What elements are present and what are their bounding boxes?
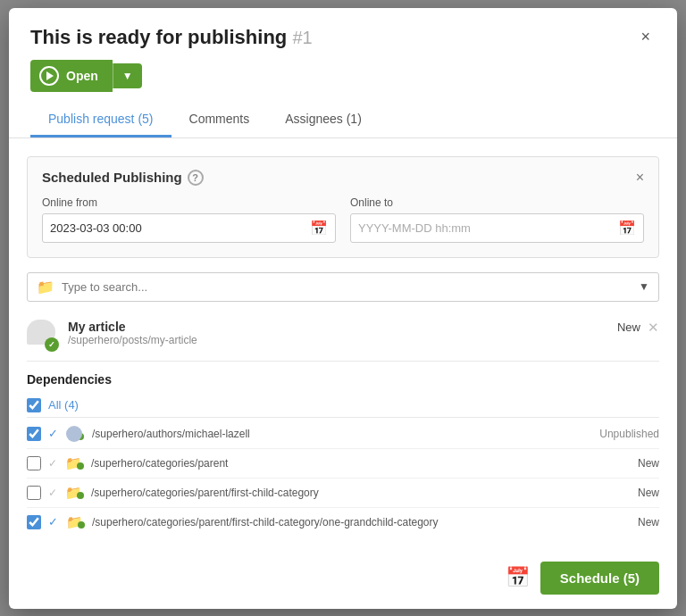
tab-assignees[interactable]: Assignees (1) [267,103,380,137]
modal-title: This is ready for publishing #1 [30,26,313,49]
article-name: My article [68,320,617,334]
dependencies-section: Dependencies All (4) ✓/superhero/authors… [27,372,659,537]
play-icon [39,66,59,86]
article-status: New ✕ [617,320,659,336]
dep-checkbox[interactable] [27,486,41,500]
dep-path: /superhero/categories/parent/first-child… [91,487,631,499]
modal-header: This is ready for publishing #1 × Open ▼… [9,8,677,138]
dep-status: New [638,487,659,499]
dep-check-indicator: ✓ [48,457,57,470]
article-remove-button[interactable]: ✕ [648,320,659,336]
open-button[interactable]: Open [30,60,113,92]
article-row: ✓ My article /superhero/posts/my-article… [27,314,659,362]
close-button[interactable]: × [635,26,656,48]
folder-icon: 📁 [64,483,84,503]
search-dropdown-arrow[interactable]: ▼ [639,280,649,293]
all-row: All (4) [27,394,659,418]
schedule-button[interactable]: Schedule (5) [540,562,659,595]
online-from-field: Online from 📅 [42,196,336,243]
dep-status: Unpublished [599,428,659,440]
issue-number: #1 [292,28,312,47]
article-status-label: New [617,320,640,334]
dependencies-header: Dependencies [27,372,659,387]
folder-icon: 📁 [65,512,85,532]
modal-body: Scheduled Publishing ? × Online from 📅 O… [9,138,677,551]
dep-checkbox[interactable] [27,456,41,470]
dep-check-indicator: ✓ [48,515,58,529]
sp-help-icon[interactable]: ? [188,170,204,186]
search-row: 📁 ▼ [27,272,659,302]
tabs: Publish request (5) Comments Assignees (… [30,103,656,137]
online-from-input-wrapper: 📅 [42,213,336,243]
online-to-input[interactable] [358,221,613,235]
calendar-from-icon[interactable]: 📅 [310,220,328,237]
open-button-group: Open ▼ [30,60,656,92]
dep-status: New [638,457,659,470]
dep-row: ✓📁/superhero/categories/parent/first-chi… [27,508,659,537]
tab-publish-request[interactable]: Publish request (5) [30,103,172,137]
folder-icon: 📁 [64,454,84,473]
sp-header: Scheduled Publishing ? × [42,170,644,186]
dep-rows: ✓/superhero/authors/michael-lazellUnpubl… [27,420,659,537]
tab-comments[interactable]: Comments [172,103,268,137]
search-input[interactable] [62,280,632,294]
dep-check-indicator: ✓ [48,427,58,440]
schedule-calendar-icon[interactable]: 📅 [506,566,530,589]
article-checkmark: ✓ [45,337,59,352]
online-to-field: Online to 📅 [350,196,644,243]
sp-close-button[interactable]: × [636,170,644,186]
calendar-to-icon[interactable]: 📅 [618,220,636,237]
dep-row: ✓📁/superhero/categories/parent/first-chi… [27,479,659,508]
dep-check-indicator: ✓ [48,487,57,499]
online-from-label: Online from [42,196,336,209]
open-dropdown-button[interactable]: ▼ [113,63,142,88]
sp-dates: Online from 📅 Online to 📅 [42,196,644,243]
modal-title-row: This is ready for publishing #1 × [30,26,656,49]
all-link[interactable]: All (4) [48,398,79,412]
article-info: My article /superhero/posts/my-article [68,320,617,346]
dep-status: New [638,516,659,529]
online-to-input-wrapper: 📅 [350,213,644,243]
dep-row: ✓/superhero/authors/michael-lazellUnpubl… [27,420,659,449]
online-from-input[interactable] [50,221,305,235]
dep-checkbox[interactable] [27,427,41,441]
sp-title: Scheduled Publishing ? [42,170,204,186]
dep-path: /superhero/categories/parent/first-child… [92,516,631,529]
online-to-label: Online to [350,196,644,209]
all-checkbox[interactable] [27,398,41,412]
article-icon: ✓ [27,320,59,352]
dep-path: /superhero/authors/michael-lazell [92,428,592,440]
modal: This is ready for publishing #1 × Open ▼… [9,8,677,609]
dep-row: ✓📁/superhero/categories/parentNew [27,449,659,479]
folder-icon: 📁 [37,279,54,296]
modal-footer: 📅 Schedule (5) [9,551,677,609]
dep-path: /superhero/categories/parent [91,457,631,470]
article-path: /superhero/posts/my-article [68,334,617,346]
person-icon [65,424,85,444]
scheduled-publishing-box: Scheduled Publishing ? × Online from 📅 O… [27,156,659,258]
dep-checkbox[interactable] [27,515,41,529]
